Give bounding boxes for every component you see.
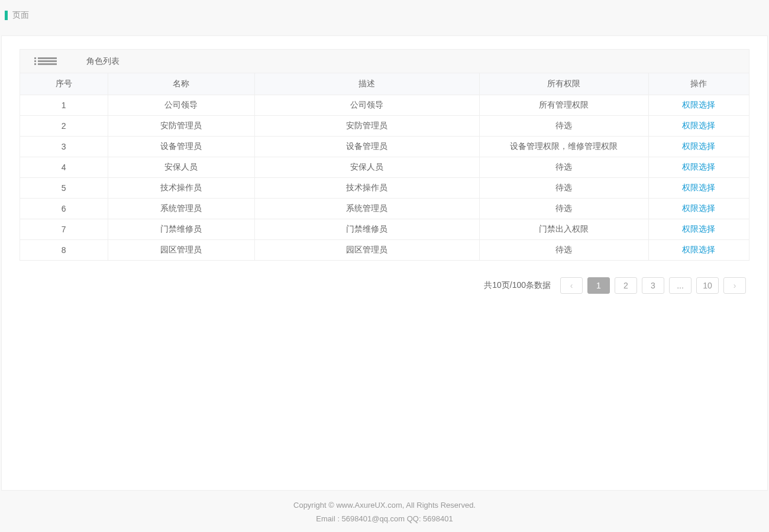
cell-op: 权限选择 [648, 198, 749, 219]
cell-perm: 待选 [479, 239, 648, 260]
table-row: 8园区管理员园区管理员待选权限选择 [20, 239, 749, 260]
cell-perm: 待选 [479, 115, 648, 136]
cell-perm: 门禁出入权限 [479, 219, 648, 239]
page-header: 页面 [0, 0, 769, 31]
cell-perm: 待选 [479, 177, 648, 198]
table-row: 7门禁维修员门禁维修员门禁出入权限权限选择 [20, 219, 749, 239]
cell-desc: 园区管理员 [254, 239, 479, 260]
panel-header: 角色列表 [20, 50, 749, 73]
cell-name: 系统管理员 [108, 198, 254, 219]
cell-name: 公司领导 [108, 95, 254, 115]
permission-select-link[interactable]: 权限选择 [682, 224, 715, 233]
col-header-perm: 所有权限 [479, 73, 648, 95]
cell-perm: 所有管理权限 [479, 95, 648, 115]
cell-index: 3 [20, 136, 108, 157]
cell-perm: 待选 [479, 198, 648, 219]
cell-op: 权限选择 [648, 157, 749, 177]
permission-select-link[interactable]: 权限选择 [682, 100, 715, 109]
cell-op: 权限选择 [648, 115, 749, 136]
cell-name: 门禁维修员 [108, 219, 254, 239]
cell-name: 园区管理员 [108, 239, 254, 260]
cell-index: 2 [20, 115, 108, 136]
page-prev-button[interactable]: ‹ [560, 277, 583, 294]
table-row: 1公司领导公司领导所有管理权限权限选择 [20, 95, 749, 115]
page-button-1[interactable]: 1 [587, 277, 610, 294]
cell-name: 安防管理员 [108, 115, 254, 136]
cell-index: 1 [20, 95, 108, 115]
role-table: 序号 名称 描述 所有权限 操作 1公司领导公司领导所有管理权限权限选择2安防管… [20, 73, 749, 260]
cell-name: 技术操作员 [108, 177, 254, 198]
cell-desc: 安保人员 [254, 157, 479, 177]
page-next-button[interactable]: › [723, 277, 746, 294]
footer: Copyright © www.AxureUX.com, All Rights … [0, 492, 769, 532]
cell-desc: 门禁维修员 [254, 219, 479, 239]
table-row: 6系统管理员系统管理员待选权限选择 [20, 198, 749, 219]
page-button-2[interactable]: 2 [615, 277, 637, 294]
pagination-controls: ‹ 1 2 3 ... 10 › [560, 277, 746, 294]
cell-index: 7 [20, 219, 108, 239]
table-row: 5技术操作员技术操作员待选权限选择 [20, 177, 749, 198]
content-area: 角色列表 序号 名称 描述 所有权限 操作 1公司领导公司领导所有管理权限权限选… [1, 35, 768, 491]
cell-perm: 设备管理权限，维修管理权限 [479, 136, 648, 157]
cell-index: 6 [20, 198, 108, 219]
cell-index: 4 [20, 157, 108, 177]
cell-op: 权限选择 [648, 177, 749, 198]
col-header-index: 序号 [20, 73, 108, 95]
cell-desc: 系统管理员 [254, 198, 479, 219]
pagination: 共10页/100条数据 ‹ 1 2 3 ... 10 › [20, 277, 749, 294]
cell-name: 设备管理员 [108, 136, 254, 157]
cell-index: 5 [20, 177, 108, 198]
cell-perm: 待选 [479, 157, 648, 177]
permission-select-link[interactable]: 权限选择 [682, 162, 715, 171]
pagination-summary: 共10页/100条数据 [484, 280, 551, 291]
page-button-3[interactable]: 3 [642, 277, 664, 294]
permission-select-link[interactable]: 权限选择 [682, 183, 715, 192]
table-header-row: 序号 名称 描述 所有权限 操作 [20, 73, 749, 95]
permission-select-link[interactable]: 权限选择 [682, 141, 715, 151]
table-row: 3设备管理员设备管理员设备管理权限，维修管理权限权限选择 [20, 136, 749, 157]
cell-desc: 公司领导 [254, 95, 479, 115]
permission-select-link[interactable]: 权限选择 [682, 245, 715, 254]
cell-op: 权限选择 [648, 219, 749, 239]
chevron-left-icon: ‹ [570, 281, 573, 290]
chevron-right-icon: › [734, 281, 736, 290]
cell-op: 权限选择 [648, 136, 749, 157]
col-header-name: 名称 [108, 73, 254, 95]
table-row: 4安保人员安保人员待选权限选择 [20, 157, 749, 177]
page-button-10[interactable]: 10 [696, 277, 719, 294]
col-header-op: 操作 [648, 73, 749, 95]
header-accent-marker [5, 11, 8, 20]
page-title: 页面 [12, 10, 29, 21]
role-list-panel: 角色列表 序号 名称 描述 所有权限 操作 1公司领导公司领导所有管理权限权限选… [20, 49, 749, 261]
cell-name: 安保人员 [108, 157, 254, 177]
cell-op: 权限选择 [648, 95, 749, 115]
permission-select-link[interactable]: 权限选择 [682, 121, 715, 130]
cell-desc: 安防管理员 [254, 115, 479, 136]
list-icon [38, 57, 57, 65]
footer-copyright: Copyright © www.AxureUX.com, All Rights … [293, 501, 476, 510]
col-header-desc: 描述 [254, 73, 479, 95]
table-row: 2安防管理员安防管理员待选权限选择 [20, 115, 749, 136]
cell-desc: 设备管理员 [254, 136, 479, 157]
permission-select-link[interactable]: 权限选择 [682, 203, 715, 213]
cell-op: 权限选择 [648, 239, 749, 260]
panel-title: 角色列表 [86, 56, 119, 67]
page-ellipsis: ... [669, 277, 692, 294]
cell-desc: 技术操作员 [254, 177, 479, 198]
cell-index: 8 [20, 239, 108, 260]
footer-contact: Email : 5698401@qq.com QQ: 5698401 [316, 514, 453, 523]
